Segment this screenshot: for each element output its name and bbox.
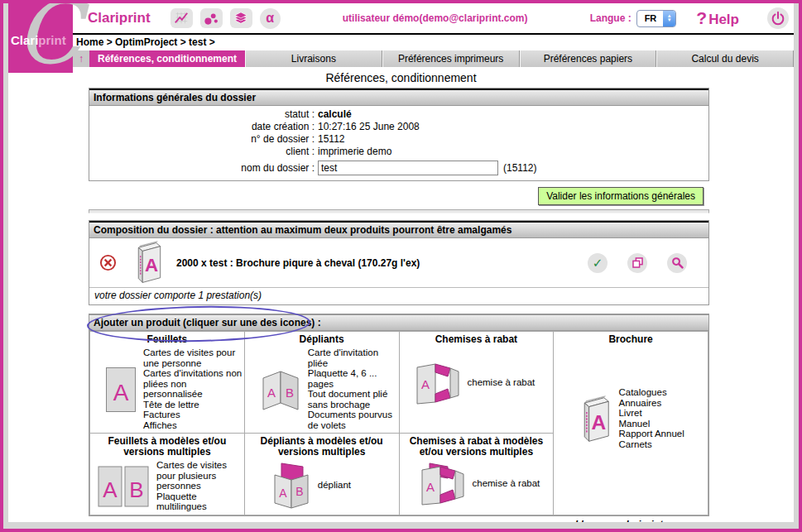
- field-label: statut :: [89, 108, 318, 121]
- dossier-name-input[interactable]: [318, 161, 498, 175]
- tab-livraisons[interactable]: Livraisons: [245, 50, 382, 67]
- chemises-description: chemise à rabat: [468, 377, 535, 388]
- language-value: FR: [645, 13, 657, 23]
- field-label: nom du dossier :: [89, 162, 318, 175]
- logo-text: Clariprint: [11, 33, 66, 47]
- info-section-title: Informations générales du dossier: [89, 89, 708, 106]
- chemise-icon[interactable]: A: [415, 361, 461, 405]
- divider: [89, 209, 709, 213]
- field-nom-dossier: nom du dossier : (15112): [89, 161, 708, 175]
- cell-chemises-multi: Chemises à rabat à modèles et/ou version…: [399, 434, 554, 515]
- field-label: date création :: [89, 121, 318, 133]
- clariprint-logo[interactable]: C Clariprint: [8, 3, 73, 73]
- depliant-icon[interactable]: A B: [260, 367, 301, 412]
- svg-text:A: A: [113, 380, 129, 405]
- cell-chemises: Chemises à rabat A: [399, 332, 554, 434]
- product-actions: ✓: [588, 253, 687, 273]
- tab-preferences-papiers[interactable]: Préférences papiers: [520, 50, 657, 67]
- header-bar: Clariprint: [8, 3, 794, 35]
- language-label: Langue :: [590, 12, 632, 24]
- layers-icon[interactable]: [230, 8, 252, 28]
- delete-product-icon[interactable]: [99, 254, 117, 271]
- depliant-multi-icon[interactable]: A B: [270, 462, 311, 510]
- svg-text:B: B: [295, 485, 303, 498]
- header-toolbar: α: [170, 8, 281, 29]
- brochure-description: CataloguesAnnuairesLivretManuelRapport A…: [618, 387, 684, 449]
- user-info: utilisateur démo(demo@clariprint.com): [343, 12, 528, 24]
- frame: C Clariprint Clariprint: [3, 3, 799, 529]
- validate-row: Valider les informations générales: [89, 187, 704, 205]
- svg-text:A: A: [267, 386, 276, 400]
- brochure-icon[interactable]: A: [132, 241, 163, 285]
- field-date-creation: date création : 10:27:16 25 June 2008: [89, 121, 708, 133]
- duplicate-product-icon[interactable]: [627, 253, 647, 273]
- language-group: Langue : FR ▲▼: [590, 10, 677, 27]
- validate-product-icon[interactable]: ✓: [588, 253, 608, 273]
- add-product-title: Ajouter un produit (cliquer sur une des …: [89, 314, 708, 331]
- svg-text:A: A: [420, 377, 429, 391]
- help-label: Help: [708, 12, 739, 28]
- field-label: client :: [89, 146, 318, 158]
- feuillets-description: Cartes de visites pour une personneCarte…: [143, 347, 243, 430]
- depliants-description: Carte d'invitation pliéePlaquette 4, 6 .…: [308, 347, 397, 430]
- feuillet-icon[interactable]: A: [105, 367, 137, 413]
- select-stepper-icon: ▲▼: [663, 11, 675, 26]
- cell-feuillets: Feuillets A Cartes de visites pour une p…: [90, 332, 245, 434]
- field-value: 15112: [318, 133, 344, 146]
- content: C Clariprint Clariprint: [8, 3, 794, 522]
- add-product-section: Ajouter un produit (cliquer sur une des …: [89, 314, 709, 516]
- cell-depliants-multi: Dépliants à modèles et/ou versions multi…: [244, 434, 399, 515]
- feuillets-multi-icon[interactable]: A B: [97, 465, 150, 508]
- page: C Clariprint Clariprint: [0, 0, 802, 532]
- svg-text:A: A: [103, 477, 118, 502]
- depliants-multi-description: dépliant: [318, 480, 351, 491]
- field-statut: statut : calculé: [89, 108, 708, 121]
- cell-feuillets-multi: Feuillets à modèles et/ou versions multi…: [90, 434, 245, 515]
- svg-text:B: B: [286, 386, 294, 400]
- line-chart-icon[interactable]: [170, 8, 193, 28]
- tab-calcul-du-devis[interactable]: Calcul du devis: [656, 50, 794, 67]
- question-mark-icon: ?: [696, 8, 707, 28]
- composition-section: Composition du dossier : attention au ma…: [89, 220, 709, 305]
- page-title: Références, conditionnement: [8, 71, 794, 84]
- field-label: n° de dossier :: [89, 133, 318, 146]
- field-value: imprimerie demo: [318, 146, 391, 158]
- cell-brochure: Brochure A: [554, 332, 708, 515]
- help-link[interactable]: ? Help: [696, 8, 739, 28]
- dossier-id-suffix: (15112): [503, 162, 536, 175]
- cell-depliants: Dépliants A B C: [244, 332, 399, 434]
- feuillets-multi-description: Cartes de visites pour plusieurs personn…: [156, 460, 243, 512]
- footer-link[interactable]: powered by www.clariprint.com: [89, 519, 686, 523]
- prestation-note: votre dossier comporte 1 prestation(s): [89, 287, 708, 304]
- product-row: A 2000 x test : Brochure piqure à cheval…: [89, 238, 708, 287]
- brochure-icon[interactable]: A: [577, 395, 612, 443]
- validate-button[interactable]: Valider les informations générales: [538, 187, 704, 205]
- svg-text:A: A: [592, 410, 607, 433]
- product-label: 2000 x test : Brochure piqure à cheval (…: [176, 257, 420, 269]
- view-product-icon[interactable]: [667, 253, 687, 273]
- product-table: Feuillets A Cartes de visites pour une p…: [89, 331, 708, 515]
- svg-text:B: B: [129, 477, 143, 502]
- composition-section-title: Composition du dossier : attention au ma…: [89, 221, 708, 238]
- logout-power-icon[interactable]: [767, 7, 789, 29]
- app-title: Clariprint: [88, 10, 151, 26]
- field-value: 10:27:16 25 June 2008: [318, 121, 420, 133]
- tab-preferences-imprimeurs[interactable]: Préférences imprimeurs: [382, 50, 520, 67]
- tab-references-conditionnement[interactable]: Références, conditionnement: [89, 50, 245, 67]
- info-section-body: statut : calculé date création : 10:27:1…: [89, 106, 708, 180]
- chemises-multi-description: chemise à rabat: [473, 478, 540, 489]
- field-numero-dossier: n° de dossier : 15112: [89, 133, 708, 146]
- svg-text:A: A: [145, 255, 158, 276]
- field-client: client : imprimerie demo: [89, 146, 708, 158]
- tab-bar: ↑ Références, conditionnement Livraisons…: [73, 50, 794, 67]
- language-select[interactable]: FR ▲▼: [636, 10, 677, 27]
- alpha-icon[interactable]: α: [260, 8, 281, 29]
- svg-text:A: A: [279, 486, 287, 500]
- main: Informations générales du dossier statut…: [89, 88, 709, 522]
- field-value: calculé: [318, 108, 352, 121]
- svg-text:A: A: [425, 480, 434, 494]
- info-section: Informations générales du dossier statut…: [89, 88, 709, 181]
- dots-icon[interactable]: [200, 8, 223, 28]
- breadcrumb[interactable]: Home > OptimProject > test >: [8, 35, 794, 50]
- chemise-multi-icon[interactable]: A: [420, 462, 466, 506]
